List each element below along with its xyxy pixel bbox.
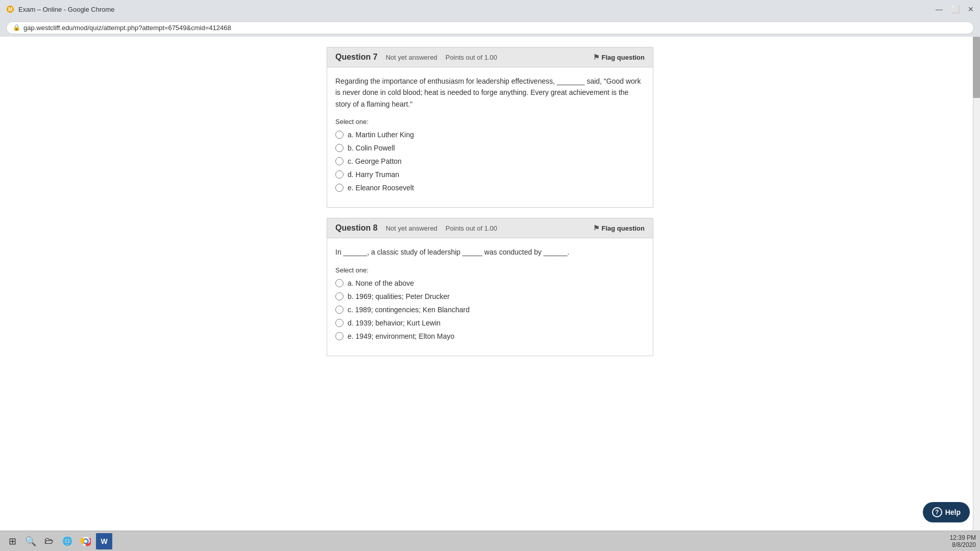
question-7-header: Question 7 Not yet answered Points out o… bbox=[327, 47, 653, 67]
question-7-option-b-label[interactable]: b. Colin Powell bbox=[348, 144, 395, 152]
question-8-status: Not yet answered bbox=[386, 224, 437, 232]
title-bar-left: M Exam – Online - Google Chrome bbox=[6, 5, 115, 13]
page-content: Question 7 Not yet answered Points out o… bbox=[0, 37, 980, 531]
browser-icon: M bbox=[6, 5, 14, 13]
question-7-points: Points out of 1.00 bbox=[446, 54, 497, 61]
question-8-select-label: Select one: bbox=[335, 266, 645, 274]
list-item: d. Harry Truman bbox=[335, 170, 645, 179]
list-item: e. 1949; environment; Elton Mayo bbox=[335, 332, 645, 340]
question-8-option-c-label[interactable]: c. 1989; contingencies; Ken Blanchard bbox=[348, 306, 470, 314]
question-7-option-a-radio[interactable] bbox=[335, 131, 344, 139]
scrollbar-thumb[interactable] bbox=[973, 37, 980, 98]
flag-icon-7: ⚑ bbox=[593, 53, 600, 61]
list-item: d. 1939; behavior; Kurt Lewin bbox=[335, 319, 645, 327]
question-8-options: a. None of the above b. 1969; qualities;… bbox=[335, 279, 645, 340]
title-bar: M Exam – Online - Google Chrome — ⬜ ✕ bbox=[0, 0, 980, 18]
browser-chrome: M Exam – Online - Google Chrome — ⬜ ✕ 🔒 … bbox=[0, 0, 980, 37]
question-8-flag-button[interactable]: ⚑ Flag question bbox=[593, 224, 645, 232]
question-8-flag-label: Flag question bbox=[602, 224, 645, 232]
question-7-options: a. Martin Luther King b. Colin Powell c.… bbox=[335, 131, 645, 192]
question-7-status: Not yet answered bbox=[386, 54, 437, 61]
help-icon-label: ? bbox=[935, 509, 939, 516]
flag-icon-8: ⚑ bbox=[593, 224, 600, 232]
question-7-flag-button[interactable]: ⚑ Flag question bbox=[593, 53, 645, 61]
question-8-option-e-radio[interactable] bbox=[335, 332, 344, 340]
address-field[interactable]: 🔒 gap.westcliff.edu/mod/quiz/attempt.php… bbox=[6, 21, 974, 34]
question-7-select-label: Select one: bbox=[335, 118, 645, 126]
question-7-option-b-radio[interactable] bbox=[335, 144, 344, 152]
list-item: c. George Patton bbox=[335, 157, 645, 165]
question-7-body: Regarding the importance of enthusiasm f… bbox=[327, 67, 653, 208]
maximize-button[interactable]: ⬜ bbox=[951, 5, 960, 13]
minimize-button[interactable]: — bbox=[936, 5, 943, 13]
question-8-points: Points out of 1.00 bbox=[446, 224, 497, 232]
svg-text:M: M bbox=[8, 7, 12, 12]
question-8-option-a-radio[interactable] bbox=[335, 279, 344, 287]
question-8-container: Question 8 Not yet answered Points out o… bbox=[327, 218, 653, 356]
list-item: e. Eleanor Roosevelt bbox=[335, 184, 645, 192]
window-controls: — ⬜ ✕ bbox=[936, 5, 974, 13]
question-7-option-c-radio[interactable] bbox=[335, 157, 344, 165]
question-8-body: In ______, a classic study of leadership… bbox=[327, 238, 653, 356]
list-item: a. None of the above bbox=[335, 279, 645, 287]
url-text: gap.westcliff.edu/mod/quiz/attempt.php?a… bbox=[23, 24, 231, 32]
question-7-option-a-label[interactable]: a. Martin Luther King bbox=[348, 131, 414, 139]
question-7-option-c-label[interactable]: c. George Patton bbox=[348, 157, 402, 165]
question-8-text: In ______, a classic study of leadership… bbox=[335, 246, 645, 258]
question-7-option-d-label[interactable]: d. Harry Truman bbox=[348, 170, 399, 179]
question-8-option-c-radio[interactable] bbox=[335, 306, 344, 314]
question-8-option-a-label[interactable]: a. None of the above bbox=[348, 279, 414, 287]
question-7-option-e-radio[interactable] bbox=[335, 184, 344, 192]
list-item: b. Colin Powell bbox=[335, 144, 645, 152]
question-7-flag-label: Flag question bbox=[602, 54, 645, 61]
question-7-option-d-radio[interactable] bbox=[335, 170, 344, 179]
question-8-header: Question 8 Not yet answered Points out o… bbox=[327, 218, 653, 238]
close-button[interactable]: ✕ bbox=[968, 5, 974, 13]
question-8-option-d-radio[interactable] bbox=[335, 319, 344, 327]
list-item: a. Martin Luther King bbox=[335, 131, 645, 139]
address-bar: 🔒 gap.westcliff.edu/mod/quiz/attempt.php… bbox=[0, 18, 980, 37]
help-button-icon: ? bbox=[932, 507, 942, 517]
question-7-text: Regarding the importance of enthusiasm f… bbox=[335, 76, 645, 110]
list-item: c. 1989; contingencies; Ken Blanchard bbox=[335, 306, 645, 314]
question-8-option-d-label[interactable]: d. 1939; behavior; Kurt Lewin bbox=[348, 319, 440, 327]
scrollbar[interactable] bbox=[973, 37, 980, 531]
question-8-title: Question 8 bbox=[335, 223, 378, 233]
question-7-container: Question 7 Not yet answered Points out o… bbox=[327, 47, 653, 208]
question-8-option-e-label[interactable]: e. 1949; environment; Elton Mayo bbox=[348, 332, 454, 340]
help-button-label: Help bbox=[945, 508, 961, 516]
question-7-title: Question 7 bbox=[335, 53, 378, 62]
question-8-option-b-radio[interactable] bbox=[335, 292, 344, 300]
list-item: b. 1969; qualities; Peter Drucker bbox=[335, 292, 645, 300]
help-button[interactable]: ? Help bbox=[923, 502, 970, 522]
lock-icon: 🔒 bbox=[13, 24, 20, 31]
browser-title: Exam – Online - Google Chrome bbox=[18, 6, 115, 13]
question-8-option-b-label[interactable]: b. 1969; qualities; Peter Drucker bbox=[348, 292, 450, 300]
question-7-option-e-label[interactable]: e. Eleanor Roosevelt bbox=[348, 184, 414, 192]
